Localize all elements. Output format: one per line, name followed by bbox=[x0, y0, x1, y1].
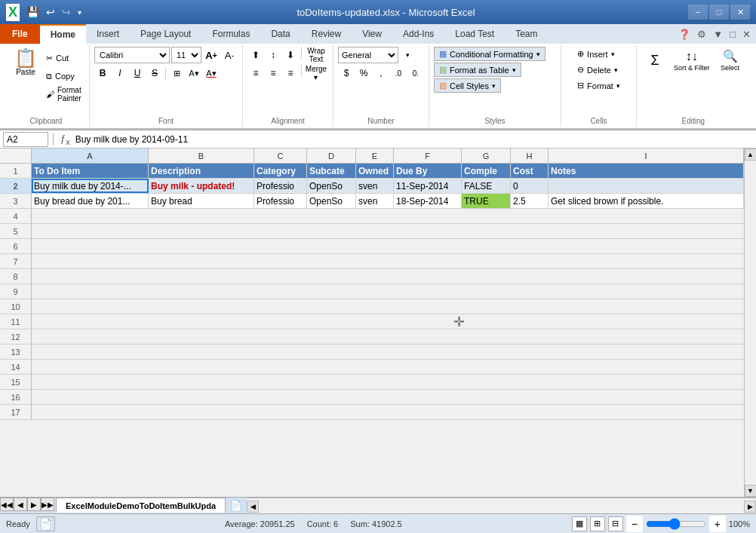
cut-button[interactable]: ✂ Cut bbox=[45, 50, 85, 66]
sheet-tab-main[interactable]: ExcelModuleDemoToDoItemBulkUpda bbox=[56, 498, 226, 513]
cell-B3[interactable]: Buy bread bbox=[149, 194, 254, 208]
row-number-11[interactable]: 11 bbox=[0, 314, 32, 329]
maximize-button[interactable]: □ bbox=[709, 5, 729, 20]
sheet-nav-next[interactable]: ▶ bbox=[27, 498, 41, 511]
cell-F3[interactable]: 18-Sep-2014 bbox=[394, 194, 462, 208]
cell-C2[interactable]: Professio bbox=[254, 179, 307, 193]
underline-button[interactable]: U bbox=[129, 65, 146, 81]
sheet-nav-first[interactable]: ◀◀ bbox=[0, 498, 14, 511]
find-select-button[interactable]: 🔍 Select bbox=[715, 47, 745, 74]
percent-button[interactable]: $ bbox=[338, 65, 355, 81]
ribbon-options-icon[interactable]: ⚙ bbox=[695, 27, 708, 41]
sort-filter-button[interactable]: ↕↓ Sort & Filter bbox=[670, 47, 714, 74]
format-painter-button[interactable]: 🖌 FormatPainter bbox=[45, 86, 85, 103]
tab-addins[interactable]: Add-Ins bbox=[392, 24, 444, 44]
bold-button[interactable]: B bbox=[94, 65, 111, 81]
ribbon-help-icon[interactable]: ❓ bbox=[676, 27, 693, 41]
cell-B2[interactable]: Buy milk - updated! bbox=[149, 179, 254, 193]
cell-H3[interactable]: 2.5 bbox=[511, 194, 549, 208]
italic-button[interactable]: I bbox=[112, 65, 128, 81]
comma-style-button[interactable]: , bbox=[373, 65, 389, 81]
cell-styles-button[interactable]: ▨ Cell Styles ▾ bbox=[434, 78, 501, 93]
row-number-10[interactable]: 10 bbox=[0, 299, 32, 314]
tab-formulas[interactable]: Formulas bbox=[201, 24, 260, 44]
row-number-1[interactable]: 1 bbox=[0, 164, 32, 178]
vertical-scrollbar[interactable]: ▲ ▼ bbox=[744, 149, 756, 497]
save-button[interactable]: 💾 bbox=[24, 5, 41, 20]
tab-page-layout[interactable]: Page Layout bbox=[130, 24, 201, 44]
font-name-select[interactable]: Calibri bbox=[94, 47, 170, 63]
number-format-dropdown[interactable]: ▾ bbox=[399, 47, 416, 63]
sheet-nav-last[interactable]: ▶▶ bbox=[41, 498, 54, 511]
col-header-G[interactable]: G bbox=[462, 149, 511, 163]
formula-input[interactable] bbox=[75, 132, 753, 147]
cell-E1[interactable]: Owned bbox=[356, 164, 394, 178]
fill-color-button[interactable]: A▾ bbox=[186, 65, 202, 81]
row-number-5[interactable]: 5 bbox=[0, 224, 32, 238]
row-number-13[interactable]: 13 bbox=[0, 345, 32, 359]
cell-D2[interactable]: OpenSo bbox=[307, 179, 356, 193]
increase-font-button[interactable]: A+ bbox=[203, 47, 220, 63]
row-number-15[interactable]: 15 bbox=[0, 375, 32, 389]
row-number-9[interactable]: 9 bbox=[0, 284, 32, 299]
row-number-8[interactable]: 8 bbox=[0, 269, 32, 283]
align-left-button[interactable]: ≡ bbox=[247, 65, 264, 81]
col-header-B[interactable]: B bbox=[149, 149, 254, 163]
cell-reference-box[interactable] bbox=[3, 132, 48, 147]
font-size-select[interactable]: 11 bbox=[171, 47, 201, 63]
sheet-tab-icon[interactable]: 📄 bbox=[226, 498, 247, 513]
copy-button[interactable]: ⧉ Copy bbox=[45, 68, 85, 84]
ribbon-close-icon[interactable]: ✕ bbox=[740, 27, 753, 41]
align-right-button[interactable]: ≡ bbox=[282, 65, 299, 81]
tab-load-test[interactable]: Load Test bbox=[444, 24, 505, 44]
quick-access-dropdown[interactable]: ▾ bbox=[75, 7, 84, 18]
cell-F1[interactable]: Due By bbox=[394, 164, 462, 178]
tab-data[interactable]: Data bbox=[260, 24, 300, 44]
row-number-2[interactable]: 2 bbox=[0, 179, 32, 193]
align-middle-button[interactable]: ↕ bbox=[265, 47, 281, 63]
page-layout-button[interactable]: ⊞ bbox=[590, 516, 605, 531]
decrease-decimal-button[interactable]: 0. bbox=[407, 65, 424, 81]
col-header-E[interactable]: E bbox=[356, 149, 394, 163]
cell-F2[interactable]: 11-Sep-2014 bbox=[394, 179, 462, 193]
redo-button[interactable]: ↪ bbox=[60, 5, 73, 20]
cell-H1[interactable]: Cost bbox=[511, 164, 549, 178]
scroll-down-button[interactable]: ▼ bbox=[745, 485, 757, 497]
sheet-nav-prev[interactable]: ◀ bbox=[14, 498, 27, 511]
tab-file[interactable]: File bbox=[0, 24, 40, 44]
format-as-table-button[interactable]: ▤ Format as Table ▾ bbox=[434, 63, 521, 77]
paste-button[interactable]: 📋 Paste bbox=[8, 47, 44, 78]
ribbon-expand-icon[interactable]: □ bbox=[727, 27, 738, 41]
zoom-out-button[interactable]: − bbox=[626, 516, 643, 532]
cell-C3[interactable]: Professio bbox=[254, 194, 307, 208]
scroll-right-button[interactable]: ▶ bbox=[744, 501, 756, 513]
format-cells-button[interactable]: ⊟ Format ▾ bbox=[573, 78, 624, 93]
col-header-D[interactable]: D bbox=[307, 149, 356, 163]
col-header-I[interactable]: I bbox=[549, 149, 744, 163]
row-number-17[interactable]: 17 bbox=[0, 405, 32, 419]
cell-A1[interactable]: To Do Item bbox=[32, 164, 149, 178]
cell-G3[interactable]: TRUE bbox=[462, 194, 511, 208]
tab-view[interactable]: View bbox=[352, 24, 392, 44]
number-format-select[interactable]: General bbox=[338, 47, 398, 63]
autosum-button[interactable]: Σ bbox=[641, 47, 668, 74]
cell-A3[interactable]: Buy bread due by 201... bbox=[32, 194, 149, 208]
tab-team[interactable]: Team bbox=[505, 24, 548, 44]
cell-C1[interactable]: Category bbox=[254, 164, 307, 178]
cell-G2[interactable]: FALSE bbox=[462, 179, 511, 193]
cell-I2[interactable] bbox=[549, 179, 744, 193]
conditional-formatting-button[interactable]: ▦ Conditional Formatting ▾ bbox=[434, 47, 545, 61]
row-number-7[interactable]: 7 bbox=[0, 254, 32, 268]
strikethrough-button[interactable]: S bbox=[146, 65, 163, 81]
horizontal-scrollbar[interactable]: ◀ ▶ bbox=[247, 498, 756, 514]
merge-center-button[interactable]: Merge▾ bbox=[304, 65, 328, 81]
ribbon-min-icon[interactable]: ▼ bbox=[711, 27, 725, 41]
close-button[interactable]: ✕ bbox=[730, 5, 750, 20]
scroll-up-button[interactable]: ▲ bbox=[745, 149, 757, 161]
cell-D3[interactable]: OpenSo bbox=[307, 194, 356, 208]
zoom-in-button[interactable]: + bbox=[709, 516, 726, 532]
cell-H2[interactable]: 0 bbox=[511, 179, 549, 193]
row-number-6[interactable]: 6 bbox=[0, 239, 32, 253]
undo-button[interactable]: ↩ bbox=[44, 5, 57, 20]
row-number-16[interactable]: 16 bbox=[0, 390, 32, 404]
